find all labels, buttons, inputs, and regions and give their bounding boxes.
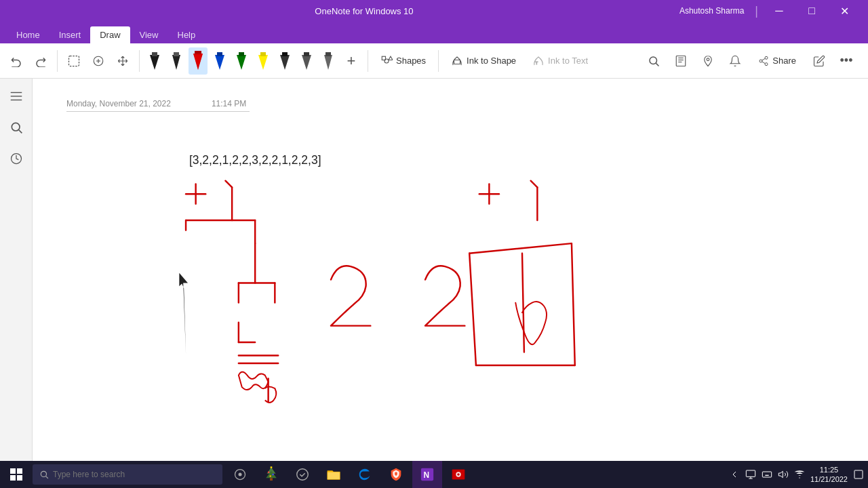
maximize-button[interactable]: □ xyxy=(796,0,827,22)
ink-to-text-button[interactable]: T Ink to Text xyxy=(526,52,595,70)
redo-button[interactable] xyxy=(30,47,52,75)
more-button[interactable]: ••• xyxy=(835,47,857,75)
browser-button[interactable] xyxy=(381,461,411,488)
svg-point-28 xyxy=(650,57,657,64)
pen-red[interactable] xyxy=(189,47,208,75)
svg-line-29 xyxy=(656,63,659,66)
svg-marker-13 xyxy=(237,55,246,70)
close-button[interactable]: ✕ xyxy=(829,0,860,22)
svg-rect-12 xyxy=(217,52,222,56)
shapes-button[interactable]: Shapes xyxy=(374,52,433,70)
onenote-taskbar-button[interactable]: N xyxy=(412,461,442,488)
tab-help[interactable]: Help xyxy=(168,26,205,43)
svg-rect-77 xyxy=(270,478,273,481)
eraser-button[interactable] xyxy=(87,47,109,75)
svg-line-67 xyxy=(469,253,476,365)
sidebar-notebooks-icon[interactable] xyxy=(5,85,27,107)
highlighter-yellow[interactable] xyxy=(254,47,273,75)
svg-marker-76 xyxy=(266,471,277,478)
svg-rect-5 xyxy=(152,52,157,56)
ink-to-text-label: Ink to Text xyxy=(548,56,588,66)
svg-point-74 xyxy=(239,473,242,476)
svg-line-68 xyxy=(572,243,575,365)
tray-chevron-icon[interactable] xyxy=(729,469,740,480)
taskbar-search[interactable] xyxy=(33,464,222,485)
bell-button[interactable] xyxy=(724,47,746,75)
svg-marker-10 xyxy=(193,54,203,70)
edge-button[interactable] xyxy=(350,461,380,488)
holiday-icon-button[interactable] xyxy=(256,461,286,488)
ribbon-tabs: Home Insert Draw View Help xyxy=(0,22,868,43)
system-clock[interactable]: 11:25 11/21/2022 xyxy=(810,465,848,485)
pen-blue[interactable] xyxy=(210,47,229,75)
svg-marker-19 xyxy=(302,55,311,70)
taskview-button[interactable] xyxy=(225,461,255,488)
titlebar: OneNote for Windows 10 Ashutosh Sharma |… xyxy=(0,0,868,22)
svg-line-39 xyxy=(762,58,766,60)
pen-black[interactable] xyxy=(145,47,164,75)
svg-rect-22 xyxy=(326,52,331,56)
file-explorer-icon xyxy=(326,467,341,482)
svg-marker-17 xyxy=(280,55,290,70)
svg-marker-11 xyxy=(215,55,224,70)
window-controls: ─ □ ✕ xyxy=(764,0,860,22)
edit-button[interactable] xyxy=(808,47,830,75)
svg-marker-97 xyxy=(778,471,783,477)
tray-keyboard-icon[interactable] xyxy=(762,469,772,480)
pen-dark[interactable] xyxy=(167,47,186,75)
task-manager-icon xyxy=(295,467,310,482)
pen-green[interactable] xyxy=(232,47,251,75)
tab-draw[interactable]: Draw xyxy=(90,26,130,43)
svg-rect-14 xyxy=(239,52,244,56)
taskbar-search-input[interactable] xyxy=(53,470,202,479)
location-button[interactable] xyxy=(697,47,719,75)
lasso-select-button[interactable] xyxy=(63,47,85,75)
left-sidebar xyxy=(0,79,33,461)
tray-wifi-icon[interactable] xyxy=(794,469,805,480)
taskview-icon xyxy=(233,468,247,481)
svg-marker-21 xyxy=(324,55,332,70)
tray-monitor-icon[interactable] xyxy=(745,469,756,480)
svg-point-71 xyxy=(41,471,46,476)
svg-text:N: N xyxy=(424,470,430,480)
tray-sound-icon[interactable] xyxy=(778,469,789,480)
sidebar-search-icon[interactable] xyxy=(5,117,27,138)
svg-line-64 xyxy=(531,181,538,188)
pen-dark2[interactable] xyxy=(275,47,294,75)
drawing-canvas: [3,2,2,1,2,2,3,2,2,1,2,2,3] xyxy=(33,79,868,461)
svg-point-34 xyxy=(707,58,709,60)
svg-rect-30 xyxy=(677,56,686,66)
undo-button[interactable] xyxy=(5,47,27,75)
ink-to-shape-button[interactable]: Ink to Shape xyxy=(444,52,523,70)
pen-medium[interactable] xyxy=(297,47,316,75)
tab-insert[interactable]: Insert xyxy=(50,26,91,43)
svg-rect-26 xyxy=(454,60,460,64)
task-manager-button[interactable] xyxy=(288,461,317,488)
svg-point-43 xyxy=(12,123,20,131)
sidebar-history-icon[interactable] xyxy=(5,148,27,169)
app-title: OneNote for Windows 10 xyxy=(49,6,679,16)
notebook-button[interactable] xyxy=(670,47,692,75)
svg-point-80 xyxy=(269,475,271,477)
minimize-button[interactable]: ─ xyxy=(764,0,795,22)
ink-to-shape-label: Ink to Shape xyxy=(467,56,516,66)
move-button[interactable] xyxy=(112,47,134,75)
add-pen-button[interactable]: + xyxy=(340,47,362,75)
holiday-decoration-icon xyxy=(262,466,280,483)
taskbar-search-icon xyxy=(39,470,49,479)
tab-view[interactable]: View xyxy=(130,26,168,43)
share-button[interactable]: Share xyxy=(751,53,803,69)
notification-center-icon[interactable] xyxy=(853,469,864,480)
screen-capture-button[interactable] xyxy=(443,461,473,488)
svg-rect-7 xyxy=(174,52,179,56)
taskbar: N 11:25 11/21/2022 xyxy=(0,461,868,488)
svg-line-38 xyxy=(762,62,766,64)
tab-home[interactable]: Home xyxy=(7,26,50,43)
start-button[interactable] xyxy=(0,461,33,488)
system-tray: 11:25 11/21/2022 xyxy=(729,465,868,485)
separator-3 xyxy=(368,50,368,72)
search-toolbar-button[interactable] xyxy=(643,47,665,75)
file-explorer-button[interactable] xyxy=(319,461,349,488)
toolbar: + Shapes Ink to Shape T Ink to Text Shar xyxy=(0,43,868,79)
pen-thin[interactable] xyxy=(319,47,338,75)
